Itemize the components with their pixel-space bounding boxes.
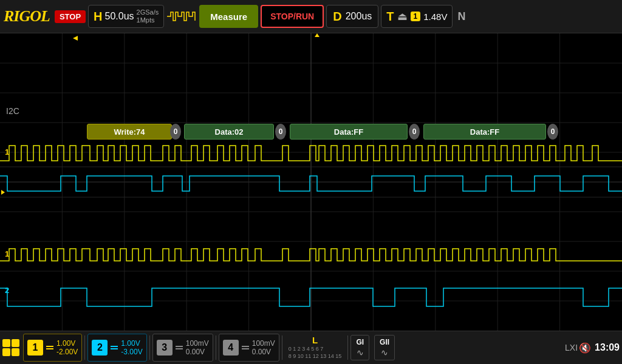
- ch1-waveform: [0, 146, 622, 161]
- decode-dot2: 0: [409, 124, 420, 140]
- measure-button[interactable]: Measure: [199, 5, 258, 28]
- i2c-decode-bar: Write:74 0 Data:02 0 Data:FF 0 Data:FF 0: [0, 123, 622, 140]
- divider-4: [282, 335, 282, 360]
- sample-rate-info: 2GSa/s 1Mpts: [137, 8, 159, 24]
- ch1-voltage: 1.00V: [56, 339, 78, 348]
- decode-dot0: 0: [170, 124, 181, 140]
- divider-5: [347, 335, 348, 360]
- waveform-icon: [166, 10, 197, 23]
- gii-block[interactable]: GII ∿: [374, 335, 395, 360]
- lxi-label: LXI: [565, 343, 578, 352]
- stop-button[interactable]: STOP: [55, 10, 86, 23]
- ch3-info: 100mV 0.00V: [186, 339, 209, 356]
- decode-dot3: 0: [547, 124, 558, 140]
- h-label: H: [94, 10, 102, 24]
- gi-block[interactable]: GI ∿: [350, 335, 369, 360]
- ch2-number: 2: [92, 340, 108, 356]
- trigger-icon: ⏏: [397, 10, 408, 23]
- svg-rect-1: [0, 33, 622, 331]
- ch2-voltage: 1.00V: [121, 339, 142, 348]
- svg-marker-24: [73, 36, 78, 41]
- ch3-block[interactable]: 3 100mV 0.00V: [152, 334, 213, 362]
- n-label: N: [457, 10, 465, 23]
- svg-marker-25: [315, 33, 320, 37]
- trigger-voltage: 1.48V: [423, 12, 447, 22]
- trigger-box[interactable]: T ⏏ 1 1.48V: [381, 5, 453, 28]
- ch1-info: 1.00V -2.00V: [56, 339, 78, 356]
- ch1-offset: -2.00V: [56, 348, 78, 356]
- timebase-value: 50.0us: [105, 11, 134, 22]
- decode-data02: Data:02: [184, 124, 274, 140]
- t-label: T: [386, 10, 394, 24]
- ch3-number: 3: [157, 340, 173, 356]
- ch1-coupling-icon: [46, 346, 53, 349]
- decode-dataFF2: Data:FF: [423, 124, 546, 140]
- decode-dataFF1: Data:FF: [290, 124, 408, 140]
- svg-text:2: 2: [5, 286, 9, 295]
- ch1-number: 1: [27, 340, 43, 356]
- scope-grid: 1 1 2: [0, 33, 622, 331]
- gi-label: GI: [356, 338, 364, 346]
- ch3-voltage: 100mV: [186, 339, 209, 348]
- ch4-block[interactable]: 4 100mV 0.00V: [219, 334, 279, 362]
- d-label: D: [333, 10, 341, 24]
- gi-wave-icon: ∿: [357, 348, 364, 357]
- topbar: RIGOL STOP H 50.0us 2GSa/s 1Mpts Measure…: [0, 0, 622, 33]
- delay-value: 200us: [346, 11, 372, 22]
- scope-display: 1 1 2 I2C Write:74 0 Data:02 0 Data:FF: [0, 33, 622, 331]
- l-numbers: 0 1 2 3 4 5 6 7 8 9 10 11 12 13 14 15: [289, 346, 342, 360]
- svg-marker-26: [1, 190, 5, 195]
- divider-2: [149, 335, 150, 360]
- decode-dot1: 0: [275, 124, 286, 140]
- ch4-offset: 0.00V: [252, 348, 275, 356]
- trigger-channel-badge: 1: [411, 12, 421, 21]
- i2c-protocol-label: I2C: [6, 106, 19, 116]
- ch2-offset: -3.00V: [121, 348, 142, 356]
- ch2-waveform: [0, 176, 622, 191]
- gii-label: GII: [380, 338, 389, 346]
- gii-wave-icon: ∿: [381, 348, 388, 357]
- bottombar: 1 1.00V -2.00V 2 1.00V -3.00V 3 100mV: [0, 331, 622, 364]
- l-channel-block[interactable]: L 0 1 2 3 4 5 6 7 8 9 10 11 12 13 14 15: [285, 334, 346, 361]
- l-label: L: [312, 335, 318, 345]
- ch4-coupling-icon: [242, 346, 249, 349]
- speaker-icon[interactable]: 🔇: [579, 342, 591, 354]
- apps-menu-icon[interactable]: [2, 339, 19, 356]
- ch4-info: 100mV 0.00V: [252, 339, 275, 356]
- delay-box[interactable]: D 200us: [326, 5, 378, 28]
- decode-write74: Write:74: [87, 124, 172, 140]
- ch4-voltage: 100mV: [252, 339, 275, 348]
- ch4-number: 4: [223, 340, 239, 356]
- divider-1: [84, 335, 85, 360]
- ch2-block[interactable]: 2 1.00V -3.00V: [87, 334, 146, 362]
- ch3-coupling-icon: [176, 346, 183, 349]
- ch2-lower-waveform: [0, 288, 622, 306]
- stoprun-button[interactable]: STOP/RUN: [261, 5, 324, 28]
- divider-3: [216, 335, 216, 360]
- ch3-offset: 0.00V: [186, 348, 209, 356]
- ch2-info: 1.00V -3.00V: [121, 339, 142, 356]
- ch2-coupling-icon: [111, 346, 118, 349]
- svg-text:1: 1: [5, 147, 9, 157]
- svg-text:1: 1: [5, 249, 9, 258]
- ch1-block[interactable]: 1 1.00V -2.00V: [23, 334, 82, 362]
- ch1-lower-waveform: [0, 249, 622, 261]
- horizontal-timebase-box[interactable]: H 50.0us 2GSa/s 1Mpts: [88, 5, 164, 28]
- rigol-logo: RIGOL: [4, 7, 50, 25]
- clock-display: 13:09: [595, 342, 620, 353]
